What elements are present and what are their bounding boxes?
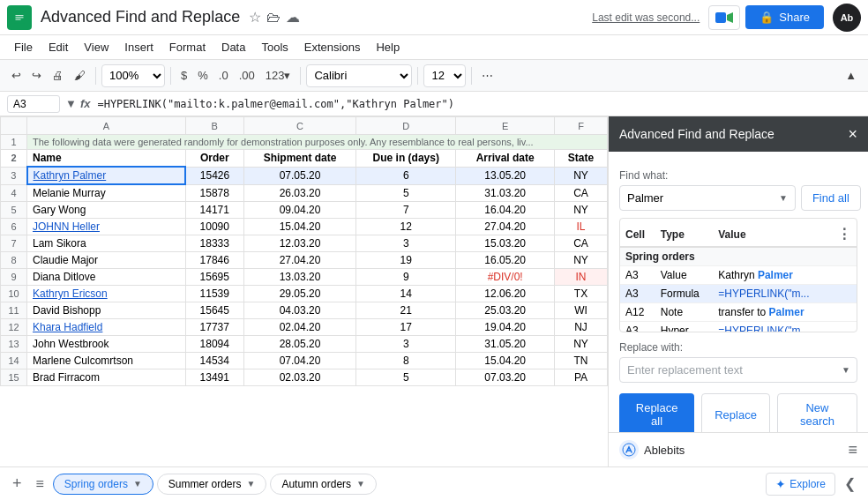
col-header-c[interactable]: C bbox=[243, 117, 355, 135]
panel-menu-icon[interactable]: ≡ bbox=[848, 441, 857, 459]
cell-a5[interactable]: Gary Wong bbox=[27, 202, 186, 219]
cell-a6[interactable]: JOHNN Heller bbox=[27, 219, 186, 235]
cell-c13[interactable]: 28.05.20 bbox=[243, 336, 355, 353]
table-row[interactable]: 7 Lam Sikora 18333 12.03.20 3 15.03.20 C… bbox=[1, 235, 608, 252]
cell-b10[interactable]: 11539 bbox=[185, 286, 243, 302]
cell-a4[interactable]: Melanie Murray bbox=[27, 184, 186, 202]
cell-e11[interactable]: 25.03.20 bbox=[456, 302, 555, 319]
collapse-panel-button[interactable]: ❮ bbox=[839, 474, 861, 494]
cell-f9[interactable]: IN bbox=[555, 269, 608, 286]
collapse-toolbar-button[interactable]: ▲ bbox=[841, 66, 861, 85]
table-row[interactable]: 13 John Westbrook 18094 28.05.20 3 31.05… bbox=[1, 336, 608, 353]
cell-f11[interactable]: WI bbox=[555, 302, 608, 319]
cell-d9[interactable]: 9 bbox=[356, 269, 456, 286]
cell-e14[interactable]: 15.04.20 bbox=[456, 353, 555, 369]
percent-button[interactable]: % bbox=[193, 66, 213, 85]
table-row[interactable]: 9 Diana Ditlove 15695 13.03.20 9 #DIV/0!… bbox=[1, 269, 608, 286]
tab-autumn-orders[interactable]: Autumn orders ▼ bbox=[270, 474, 377, 495]
meet-button[interactable] bbox=[708, 5, 740, 30]
cell-f13[interactable]: NY bbox=[555, 336, 608, 353]
table-row[interactable]: 12 Khara Hadfield 17737 02.04.20 17 19.0… bbox=[1, 319, 608, 336]
results-row[interactable]: A12 Note transfer to Palmer bbox=[620, 303, 857, 322]
add-sheet-button[interactable]: + bbox=[7, 473, 27, 495]
cell-c15[interactable]: 02.03.20 bbox=[243, 369, 355, 386]
cell-a11[interactable]: David Bishopp bbox=[27, 302, 186, 319]
table-row[interactable]: 10 Kathryn Ericson 11539 29.05.20 14 12.… bbox=[1, 286, 608, 302]
menu-insert[interactable]: Insert bbox=[117, 39, 161, 56]
cell-b9[interactable]: 15695 bbox=[185, 269, 243, 286]
table-row[interactable]: 6 JOHNN Heller 10090 15.04.20 12 27.04.2… bbox=[1, 219, 608, 235]
formula-input[interactable] bbox=[97, 98, 861, 110]
cell-d13[interactable]: 3 bbox=[356, 336, 456, 353]
cell-a13[interactable]: John Westbrook bbox=[27, 336, 186, 353]
menu-tools[interactable]: Tools bbox=[254, 39, 295, 56]
redo-button[interactable]: ↪ bbox=[27, 66, 46, 85]
cell-a14[interactable]: Marlene Culcomrtson bbox=[27, 353, 186, 369]
table-row[interactable]: 15 Brad Firracom 13491 02.03.20 5 07.03.… bbox=[1, 369, 608, 386]
cell-f5[interactable]: NY bbox=[555, 202, 608, 219]
cell-a15[interactable]: Brad Firracom bbox=[27, 369, 186, 386]
cell-e10[interactable]: 12.06.20 bbox=[456, 286, 555, 302]
sheet-list-button[interactable]: ≡ bbox=[31, 474, 49, 494]
cell-a10[interactable]: Kathryn Ericson bbox=[27, 286, 186, 302]
cell-b4[interactable]: 15878 bbox=[185, 184, 243, 202]
table-row[interactable]: 14 Marlene Culcomrtson 14534 07.04.20 8 … bbox=[1, 353, 608, 369]
menu-format[interactable]: Format bbox=[162, 39, 213, 56]
paintformat-button[interactable]: 🖌 bbox=[70, 66, 90, 85]
col-header-a[interactable]: A bbox=[27, 117, 186, 135]
cell-a8[interactable]: Claudie Major bbox=[27, 252, 186, 269]
cell-a3[interactable]: Kathryn Palmer bbox=[27, 167, 186, 184]
results-row-selected[interactable]: A3 Formula =HYPERLINK("m... bbox=[620, 285, 857, 303]
results-container[interactable]: Cell Type Value ⋮ Spring orders A3 Value bbox=[619, 218, 857, 332]
find-dropdown[interactable]: ▼ bbox=[619, 185, 796, 211]
cell-f3[interactable]: NY bbox=[555, 167, 608, 184]
cell-c11[interactable]: 04.03.20 bbox=[243, 302, 355, 319]
cell-e6[interactable]: 27.04.20 bbox=[456, 219, 555, 235]
cell-f14[interactable]: TN bbox=[555, 353, 608, 369]
cloud-icon[interactable]: ☁ bbox=[286, 9, 300, 26]
results-row[interactable]: A3 Value Kathryn Palmer bbox=[620, 266, 857, 285]
table-row[interactable]: 8 Claudie Major 17846 27.04.20 19 16.05.… bbox=[1, 252, 608, 269]
cell-e5[interactable]: 16.04.20 bbox=[456, 202, 555, 219]
cell-e7[interactable]: 15.03.20 bbox=[456, 235, 555, 252]
cell-e13[interactable]: 31.05.20 bbox=[456, 336, 555, 353]
print-button[interactable]: 🖨 bbox=[48, 66, 68, 85]
cell-a9[interactable]: Diana Ditlove bbox=[27, 269, 186, 286]
cell-c10[interactable]: 29.05.20 bbox=[243, 286, 355, 302]
cell-d10[interactable]: 14 bbox=[356, 286, 456, 302]
cell-f10[interactable]: TX bbox=[555, 286, 608, 302]
results-row[interactable]: A3 Hyper... =HYPERLINK("m... bbox=[620, 322, 857, 333]
cell-reference[interactable] bbox=[7, 95, 60, 113]
cell-d11[interactable]: 21 bbox=[356, 302, 456, 319]
menu-view[interactable]: View bbox=[77, 39, 116, 56]
find-input[interactable] bbox=[627, 191, 775, 205]
currency-button[interactable]: $ bbox=[176, 66, 191, 85]
more-button[interactable]: ⋯ bbox=[477, 66, 498, 85]
cell-d7[interactable]: 3 bbox=[356, 235, 456, 252]
cell-b3[interactable]: 15426 bbox=[185, 167, 243, 184]
cell-f4[interactable]: CA bbox=[555, 184, 608, 202]
results-more-header[interactable]: ⋮ bbox=[832, 222, 857, 247]
col-header-d[interactable]: D bbox=[356, 117, 456, 135]
cell-d15[interactable]: 5 bbox=[356, 369, 456, 386]
cell-f6[interactable]: IL bbox=[555, 219, 608, 235]
cell-c7[interactable]: 12.03.20 bbox=[243, 235, 355, 252]
cell-b13[interactable]: 18094 bbox=[185, 336, 243, 353]
cell-c8[interactable]: 27.04.20 bbox=[243, 252, 355, 269]
find-all-button[interactable]: Find all bbox=[801, 185, 861, 211]
format-number-button[interactable]: 123▾ bbox=[261, 66, 296, 85]
font-select[interactable]: Calibri bbox=[306, 64, 412, 87]
tab-spring-orders[interactable]: Spring orders ▼ bbox=[53, 474, 153, 495]
cell-c6[interactable]: 15.04.20 bbox=[243, 219, 355, 235]
cell-a7[interactable]: Lam Sikora bbox=[27, 235, 186, 252]
cell-b12[interactable]: 17737 bbox=[185, 319, 243, 336]
folder-icon[interactable]: 🗁 bbox=[266, 10, 281, 26]
table-row[interactable]: 11 David Bishopp 15645 04.03.20 21 25.03… bbox=[1, 302, 608, 319]
replace-select[interactable]: Enter replacement text bbox=[619, 357, 857, 383]
panel-close-button[interactable]: × bbox=[848, 126, 857, 142]
replace-all-button[interactable]: Replace all bbox=[619, 393, 694, 432]
cell-b8[interactable]: 17846 bbox=[185, 252, 243, 269]
decimal-increase-button[interactable]: .00 bbox=[235, 66, 259, 85]
cell-e4[interactable]: 31.03.20 bbox=[456, 184, 555, 202]
cell-d12[interactable]: 17 bbox=[356, 319, 456, 336]
